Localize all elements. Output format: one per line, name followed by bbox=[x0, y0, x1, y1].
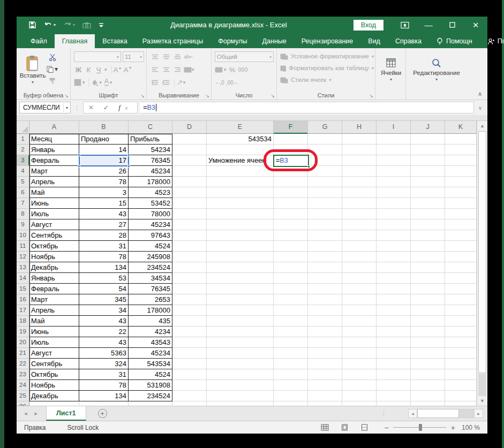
cell-I16[interactable] bbox=[377, 294, 411, 305]
cell-F26[interactable] bbox=[274, 401, 308, 406]
cell-H9[interactable] bbox=[342, 219, 377, 230]
vertical-scroll-track[interactable] bbox=[478, 374, 486, 396]
cell-G17[interactable] bbox=[308, 305, 342, 316]
cell-F4[interactable] bbox=[274, 166, 308, 177]
cell-C14[interactable]: 34534 bbox=[129, 273, 172, 284]
cell-F8[interactable] bbox=[274, 209, 308, 219]
horizontal-scroll-thumb[interactable] bbox=[417, 409, 459, 418]
page-break-icon[interactable] bbox=[360, 424, 368, 431]
cell-D9[interactable] bbox=[172, 219, 207, 230]
save-button[interactable] bbox=[28, 21, 36, 29]
cell-G13[interactable] bbox=[308, 262, 342, 273]
cell-K14[interactable] bbox=[445, 273, 477, 284]
cancel-formula-button[interactable]: ✕ bbox=[84, 104, 99, 111]
cell-C5[interactable]: 178000 bbox=[129, 177, 172, 187]
column-header-B[interactable]: B bbox=[79, 121, 129, 134]
cell-D16[interactable] bbox=[172, 294, 207, 305]
cell-B12[interactable]: 78 bbox=[79, 252, 129, 262]
cell-F17[interactable] bbox=[274, 305, 308, 316]
tab-справка[interactable]: Справка bbox=[388, 34, 429, 48]
cell-H16[interactable] bbox=[342, 294, 377, 305]
cell-D15[interactable] bbox=[172, 284, 207, 294]
cell-G22[interactable] bbox=[308, 359, 342, 369]
column-header-G[interactable]: G bbox=[308, 121, 342, 134]
row-header-7[interactable]: 7 bbox=[17, 198, 29, 209]
cell-C24[interactable]: 531908 bbox=[129, 380, 172, 391]
maximize-button[interactable] bbox=[440, 17, 464, 33]
font-name-combo[interactable]: ▾ bbox=[74, 51, 121, 62]
cell-E15[interactable] bbox=[207, 284, 274, 294]
cell-H1[interactable] bbox=[342, 134, 377, 145]
undo-button[interactable]: ▾ bbox=[44, 21, 56, 28]
increase-font-button[interactable]: А▲ bbox=[114, 66, 122, 74]
cell-C2[interactable]: 54234 bbox=[129, 145, 172, 155]
align-bottom-button[interactable] bbox=[172, 51, 182, 62]
cell-H6[interactable] bbox=[342, 187, 377, 198]
cell-H20[interactable] bbox=[342, 337, 377, 348]
cell-A13[interactable]: Декабрь bbox=[29, 262, 79, 273]
row-header-17[interactable]: 17 bbox=[17, 305, 29, 316]
formula-input[interactable]: =B3 bbox=[140, 102, 473, 113]
tab-scroll-splitter[interactable]: ⋮ bbox=[380, 410, 388, 417]
cell-A6[interactable]: Май bbox=[29, 187, 79, 198]
cell-J24[interactable] bbox=[411, 380, 445, 391]
cell-I17[interactable] bbox=[377, 305, 411, 316]
tab-разметка-страницы[interactable]: Разметка страницы bbox=[135, 34, 210, 48]
cell-I4[interactable] bbox=[377, 166, 411, 177]
cell-D2[interactable] bbox=[172, 145, 207, 155]
cell-D11[interactable] bbox=[172, 241, 207, 252]
cell-H4[interactable] bbox=[342, 166, 377, 177]
cell-I5[interactable] bbox=[377, 177, 411, 187]
cell-E1[interactable]: 543534 bbox=[207, 134, 274, 145]
cell-D25[interactable] bbox=[172, 391, 207, 401]
scroll-right-button[interactable]: ▸ bbox=[474, 409, 483, 418]
cell-A25[interactable]: Декабрь bbox=[29, 391, 79, 401]
cell-J5[interactable] bbox=[411, 177, 445, 187]
cell-I15[interactable] bbox=[377, 284, 411, 294]
next-sheet-button[interactable]: ▸ bbox=[35, 410, 38, 417]
cell-F22[interactable] bbox=[274, 359, 308, 369]
cell-A10[interactable]: Сентябрь bbox=[29, 230, 79, 241]
cell-K19[interactable] bbox=[445, 326, 477, 337]
cut-button[interactable] bbox=[47, 52, 58, 63]
cell-C21[interactable]: 45234 bbox=[129, 348, 172, 359]
cell-H22[interactable] bbox=[342, 359, 377, 369]
align-top-button[interactable] bbox=[150, 51, 160, 62]
cell-G5[interactable] bbox=[308, 177, 342, 187]
customize-qat-button[interactable] bbox=[99, 22, 104, 28]
cell-F6[interactable] bbox=[274, 187, 308, 198]
cell-G6[interactable] bbox=[308, 187, 342, 198]
row-header-19[interactable]: 19 bbox=[17, 326, 29, 337]
cell-C7[interactable]: 53452 bbox=[129, 198, 172, 209]
number-format-combo[interactable]: Общий▾ bbox=[215, 51, 274, 62]
merge-center-button[interactable]: ▾ bbox=[184, 64, 194, 75]
selection-handle[interactable] bbox=[78, 154, 80, 156]
cell-B16[interactable]: 345 bbox=[79, 294, 129, 305]
cell-E7[interactable] bbox=[207, 198, 274, 209]
cell-H10[interactable] bbox=[342, 230, 377, 241]
cell-K7[interactable] bbox=[445, 198, 477, 209]
cell-J16[interactable] bbox=[411, 294, 445, 305]
cell-G16[interactable] bbox=[308, 294, 342, 305]
cell-E3[interactable]: Умножение ячеек bbox=[207, 155, 274, 166]
decrease-font-button[interactable]: А▼ bbox=[124, 66, 132, 74]
cell-I9[interactable] bbox=[377, 219, 411, 230]
login-button[interactable]: Вход bbox=[353, 20, 383, 31]
cell-E21[interactable] bbox=[207, 348, 274, 359]
tab-файл[interactable]: Файл bbox=[23, 34, 55, 48]
cell-H23[interactable] bbox=[342, 369, 377, 380]
row-header-1[interactable]: 1 bbox=[17, 134, 29, 145]
cell-J17[interactable] bbox=[411, 305, 445, 316]
cell-E6[interactable] bbox=[207, 187, 274, 198]
cell-F9[interactable] bbox=[274, 219, 308, 230]
cell-A12[interactable]: Ноябрь bbox=[29, 252, 79, 262]
cell-F1[interactable] bbox=[274, 134, 308, 145]
vertical-scroll-thumb[interactable] bbox=[478, 131, 486, 373]
cell-A24[interactable]: Ноябрь bbox=[29, 380, 79, 391]
cell-A14[interactable]: Январь bbox=[29, 273, 79, 284]
cell-E13[interactable] bbox=[207, 262, 274, 273]
cell-G19[interactable] bbox=[308, 326, 342, 337]
cell-E23[interactable] bbox=[207, 369, 274, 380]
column-header-E[interactable]: E bbox=[207, 121, 274, 134]
cell-J15[interactable] bbox=[411, 284, 445, 294]
